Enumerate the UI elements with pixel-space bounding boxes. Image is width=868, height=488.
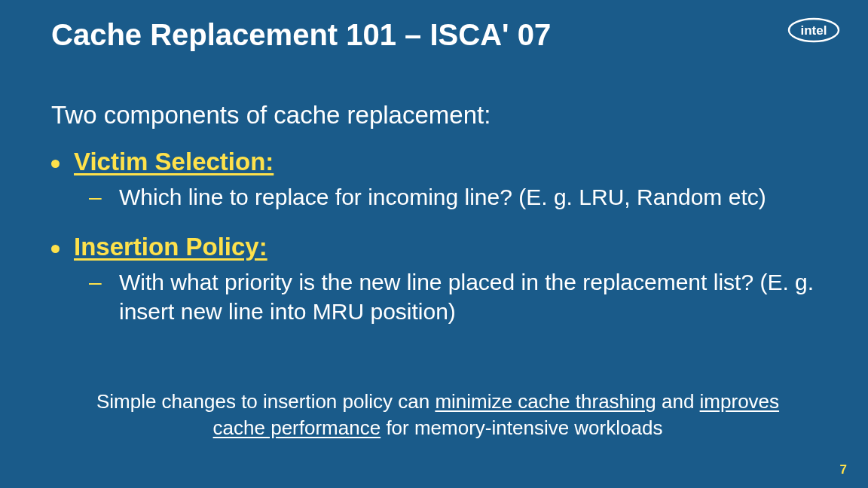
- svg-text:intel: intel: [801, 23, 827, 38]
- summary-post: for memory-intensive workloads: [381, 416, 662, 439]
- bullet-victim-selection: Victim Selection: Which line to replace …: [51, 148, 830, 212]
- slide-title: Cache Replacement 101 – ISCA' 07: [51, 18, 551, 52]
- summary-pre: Simple changes to insertion policy can: [96, 390, 435, 413]
- summary-text: Simple changes to insertion policy can m…: [90, 389, 785, 441]
- sub-bullet: With what priority is the new line place…: [89, 267, 830, 326]
- bullet-heading: Insertion Policy:: [74, 233, 267, 261]
- page-number: 7: [840, 462, 847, 477]
- bullet-heading: Victim Selection:: [74, 148, 274, 175]
- summary-mid: and: [656, 390, 700, 413]
- bullet-insertion-policy: Insertion Policy: With what priority is …: [51, 233, 830, 326]
- slide: Cache Replacement 101 – ISCA' 07 intel T…: [0, 0, 868, 488]
- sub-bullet: Which line to replace for incoming line?…: [89, 182, 830, 212]
- intro-text: Two components of cache replacement:: [51, 101, 817, 130]
- body-content: Victim Selection: Which line to replace …: [51, 148, 830, 347]
- summary-underline-1: minimize cache thrashing: [435, 390, 656, 413]
- intel-logo: intel: [787, 17, 841, 47]
